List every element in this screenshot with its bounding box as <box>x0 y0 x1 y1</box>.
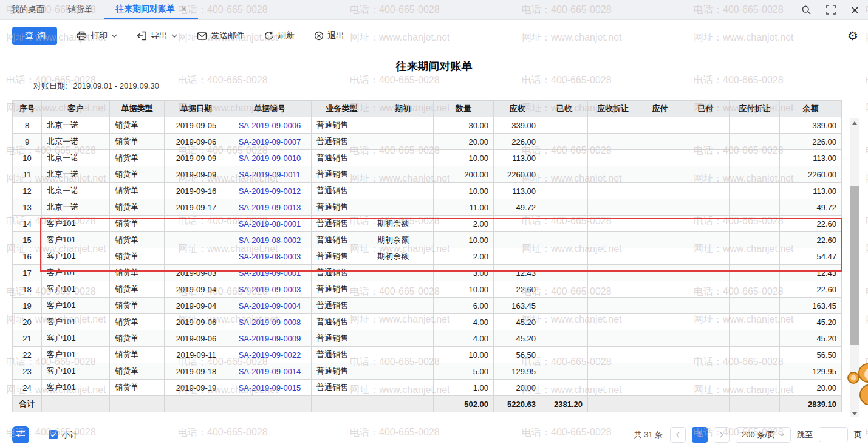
print-button[interactable]: 打印 <box>77 30 117 41</box>
table-row[interactable]: 12北京一诺销货单2019-09-16SA-2019-09-0012普通销售10… <box>13 183 842 199</box>
close-icon[interactable] <box>850 5 859 15</box>
document-link[interactable]: SA-2019-08-0001 <box>239 219 301 228</box>
table-row[interactable]: 14客户101销货单SA-2019-08-0001普通销售期初余额2.0022.… <box>13 216 842 232</box>
table-row[interactable]: 8北京一诺销货单2019-09-05SA-2019-09-0006普通销售30.… <box>13 117 842 134</box>
cell: SA-2019-08-0003 <box>228 248 312 265</box>
cell: 163.45 <box>780 298 842 314</box>
document-link[interactable]: SA-2019-09-0009 <box>239 334 301 343</box>
table-row[interactable]: 15客户101销货单SA-2019-08-0002普通销售期初余额10.0022… <box>13 232 842 248</box>
document-link[interactable]: SA-2019-09-0012 <box>239 186 301 196</box>
cell: 113.00 <box>780 150 842 166</box>
fullscreen-icon[interactable] <box>826 5 836 15</box>
cell <box>42 396 110 412</box>
jump-page-input[interactable] <box>819 427 848 442</box>
search-icon[interactable] <box>801 5 812 15</box>
cell: 2019-09-19 <box>165 380 228 396</box>
tab-my-desktop[interactable]: 我的桌面 <box>0 0 56 19</box>
page-title: 往来期间对账单 <box>0 59 868 73</box>
table-row[interactable]: 16客户101销货单SA-2019-08-0003普通销售期初余额2.0054.… <box>13 248 842 265</box>
table-row[interactable]: 19客户101销货单2019-09-04SA-2019-09-0004普通销售6… <box>13 298 842 314</box>
cell <box>541 314 588 330</box>
tab-label: 我的桌面 <box>11 4 45 15</box>
cell: 22.60 <box>780 216 842 232</box>
cell <box>682 363 730 380</box>
total-row[interactable]: 合计502.005220.632381.202839.10 <box>13 396 842 412</box>
cell: 3.00 <box>434 265 494 281</box>
cell: 普通销售 <box>312 183 372 199</box>
prev-page-button[interactable] <box>670 427 686 443</box>
cell <box>730 396 780 412</box>
table-container: 序号客户单据类型单据日期单据编号业务类型期初数量应收已收应收折让应付已付应付折让… <box>12 100 841 412</box>
next-page-button[interactable] <box>714 427 730 443</box>
column-header-5: 业务类型 <box>312 101 372 117</box>
tab-close-icon[interactable]: ✕ <box>180 4 187 13</box>
document-link[interactable]: SA-2019-08-0002 <box>239 236 301 245</box>
table-row[interactable]: 13北京一诺销货单2019-09-17SA-2019-09-0013普通销售11… <box>13 199 842 216</box>
watermark-website-text: 网址：www.chanjet.net <box>866 102 868 115</box>
document-link[interactable]: SA-2019-09-0008 <box>239 318 301 327</box>
document-link[interactable]: SA-2019-09-0010 <box>239 154 301 163</box>
document-link[interactable]: SA-2019-09-0011 <box>239 170 301 179</box>
send-email-button[interactable]: 发送邮件 <box>197 30 245 41</box>
document-link[interactable]: SA-2019-09-0001 <box>239 268 301 278</box>
document-link[interactable]: SA-2019-08-0003 <box>239 252 301 261</box>
cell: SA-2019-09-0010 <box>228 150 312 166</box>
column-settings-button[interactable] <box>12 426 29 443</box>
cell <box>541 330 588 347</box>
table-row[interactable]: 17客户101销货单2019-09-03SA-2019-09-0001普通销售3… <box>13 265 842 281</box>
document-link[interactable]: SA-2019-09-0015 <box>239 383 301 392</box>
tab-sales-order[interactable]: 销货单 <box>56 0 104 19</box>
cell: 客户101 <box>42 330 110 347</box>
cell: 6.00 <box>434 298 494 314</box>
document-link[interactable]: SA-2019-09-0022 <box>239 350 301 360</box>
cell <box>588 166 638 183</box>
document-link[interactable]: SA-2019-09-0014 <box>239 367 301 376</box>
scroll-up-arrow[interactable] <box>852 121 857 125</box>
table-row[interactable]: 24客户101销货单2019-09-19SA-2019-09-0015普通销售1… <box>13 380 842 396</box>
cell <box>372 330 434 347</box>
cell: 163.45 <box>494 298 541 314</box>
table-row[interactable]: 21客户101销货单2019-09-06SA-2019-09-0009普通销售4… <box>13 330 842 347</box>
subtotal-checkbox[interactable] <box>49 430 58 439</box>
exit-button[interactable]: 退出 <box>314 30 344 41</box>
document-link[interactable]: SA-2019-09-0007 <box>239 137 301 146</box>
cell: 期初余额 <box>372 216 434 232</box>
cell: 45.20 <box>780 314 842 330</box>
table-row[interactable]: 23客户101销货单2019-09-18SA-2019-09-0014普通销售5… <box>13 363 842 380</box>
cell: 21 <box>13 330 42 347</box>
document-link[interactable]: SA-2019-09-0004 <box>239 301 301 310</box>
cell <box>638 396 682 412</box>
tab-reconciliation-statement[interactable]: 往来期间对账单 ✕ <box>104 0 198 19</box>
table-row[interactable]: 11北京一诺销货单2019-09-09SA-2019-09-0011普通销售20… <box>13 166 842 183</box>
column-header-10: 应收折让 <box>588 101 638 117</box>
query-button[interactable]: 查询 <box>12 27 57 45</box>
document-link[interactable]: SA-2019-09-0013 <box>239 203 301 212</box>
cell <box>588 248 638 265</box>
document-link[interactable]: SA-2019-09-0006 <box>239 121 301 130</box>
cell <box>730 216 780 232</box>
cell: 10.00 <box>434 150 494 166</box>
cell: 普通销售 <box>312 199 372 216</box>
cell: 45.20 <box>780 330 842 347</box>
table-row[interactable]: 20客户101销货单2019-09-06SA-2019-09-0008普通销售4… <box>13 314 842 330</box>
cell <box>682 199 730 216</box>
current-page-button[interactable]: 1 <box>692 427 708 443</box>
table-row[interactable]: 10北京一诺销货单2019-09-09SA-2019-09-0010普通销售10… <box>13 150 842 166</box>
scrollbar-thumb[interactable] <box>850 186 859 345</box>
cell <box>588 117 638 134</box>
mascot-monkey[interactable] <box>846 360 868 405</box>
cell <box>682 117 730 134</box>
page-unit-label: 页 <box>854 429 862 440</box>
table-row[interactable]: 22客户101销货单2019-09-11SA-2019-09-0022普通销售1… <box>13 347 842 363</box>
cell: 销货单 <box>110 380 165 396</box>
document-link[interactable]: SA-2019-09-0003 <box>239 285 301 294</box>
page-size-select[interactable]: 200 条/页 <box>736 427 791 443</box>
cell <box>372 265 434 281</box>
scroll-down-arrow[interactable] <box>852 412 857 415</box>
table-body: 8北京一诺销货单2019-09-05SA-2019-09-0006普通销售30.… <box>13 117 842 412</box>
table-row[interactable]: 18客户101销货单2019-09-04SA-2019-09-0003普通销售1… <box>13 281 842 298</box>
export-button[interactable]: 导出 <box>137 30 177 41</box>
table-row[interactable]: 9北京一诺销货单2019-09-06SA-2019-09-0007普通销售20.… <box>13 134 842 150</box>
refresh-button[interactable]: 刷新 <box>264 30 295 41</box>
gear-icon[interactable]: ⚙ <box>847 30 858 42</box>
